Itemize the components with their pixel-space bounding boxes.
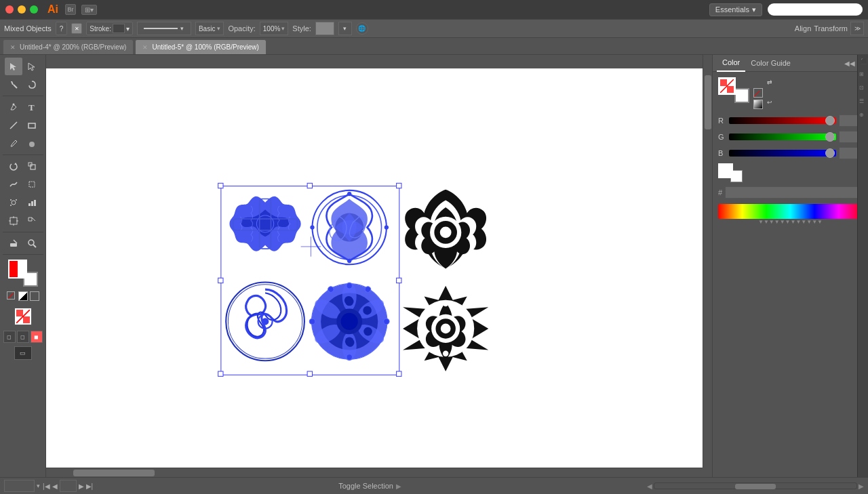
style-globe-icon[interactable]: 🌐 <box>356 22 368 35</box>
canvas-area[interactable] <box>46 55 712 477</box>
vertical-scrollbar[interactable] <box>703 55 712 468</box>
swap-icon[interactable]: ⇄ <box>767 79 775 87</box>
gradient-color-icon[interactable] <box>753 100 763 109</box>
tool-divider-3 <box>3 232 43 232</box>
pen-tool[interactable] <box>5 98 22 116</box>
tab-untitled5[interactable]: ✕ Untitled-5* @ 100% (RGB/Preview) <box>135 39 266 54</box>
stroke-color[interactable] <box>113 24 125 33</box>
artboard-tool[interactable] <box>5 212 22 230</box>
color-spectrum[interactable] <box>718 204 863 219</box>
right-panel: Color Color Guide ◀◀ ☰ <box>712 55 868 477</box>
align-button[interactable]: Align <box>795 24 811 33</box>
svg-point-14 <box>10 205 12 206</box>
fill-color-box[interactable] <box>8 260 27 279</box>
b-slider[interactable] <box>729 150 836 157</box>
main-fill-box[interactable] <box>14 307 33 326</box>
tab-close-icon2[interactable]: ✕ <box>142 44 148 51</box>
opacity-value[interactable]: 100% ▾ <box>260 22 289 35</box>
color-icon[interactable] <box>30 291 39 301</box>
color-tab[interactable]: Color <box>717 55 745 72</box>
panel-strip-icon-1[interactable]: ⬛ <box>859 58 867 66</box>
stroke-style-dropdown[interactable]: Basic ▾ <box>195 22 224 35</box>
panel-strip-icon-2[interactable]: ⊞ <box>859 71 867 79</box>
more-options[interactable]: ≫ <box>850 22 864 35</box>
transform-button[interactable]: Transform <box>814 24 848 33</box>
tool-row-4 <box>5 117 41 134</box>
page-input[interactable]: 1 <box>60 480 77 492</box>
panel-strip-icon-5[interactable]: ⊕ <box>859 112 867 120</box>
horizontal-scroll-thumb[interactable] <box>73 470 155 476</box>
canvas-svg <box>46 68 703 468</box>
first-page-btn[interactable]: |◀ <box>43 482 50 490</box>
style-dropdown-arrow[interactable]: ▾ <box>338 22 352 35</box>
bottom-scroll-thumb[interactable] <box>735 484 776 489</box>
rotate-tool[interactable] <box>5 157 22 175</box>
horizontal-scrollbar[interactable] <box>46 468 703 477</box>
r-slider[interactable] <box>729 117 836 124</box>
fs-fill-box[interactable] <box>718 77 736 95</box>
symbol-tool[interactable] <box>5 194 22 211</box>
style-preview[interactable] <box>315 22 334 35</box>
hex-input[interactable] <box>725 186 863 199</box>
lasso-tool[interactable] <box>23 76 41 94</box>
fill-indicator[interactable]: ✕ <box>71 23 82 34</box>
help-button[interactable]: ? <box>56 22 68 35</box>
stroke-dropdown-arrow[interactable]: ▾ <box>126 25 130 33</box>
last-page-btn[interactable]: ▶| <box>86 482 94 490</box>
scale-tool[interactable] <box>23 157 41 175</box>
slice-tool[interactable] <box>23 212 41 230</box>
small-fill-box[interactable] <box>718 163 733 178</box>
zoom-tool[interactable] <box>23 234 41 252</box>
tab-close-icon[interactable]: ✕ <box>10 44 16 51</box>
blob-brush-tool[interactable] <box>23 135 41 152</box>
direct-selection-tool[interactable] <box>23 58 41 75</box>
tab-untitled4[interactable]: ✕ Untitled-4* @ 200% (RGB/Preview) <box>3 39 134 54</box>
prev-page-btn[interactable]: ◀ <box>52 482 58 490</box>
rectangle-tool[interactable] <box>23 117 41 134</box>
search-input[interactable] <box>768 3 863 16</box>
normal-mode-icon[interactable]: ◻ <box>3 331 16 343</box>
pencil-tool[interactable] <box>5 135 22 152</box>
selection-tool[interactable] <box>5 58 22 75</box>
svg-marker-32 <box>23 316 30 323</box>
gradient-icon[interactable] <box>18 291 28 301</box>
screen-mode-icon[interactable]: ▭ <box>14 346 32 360</box>
free-transform-tool[interactable] <box>23 176 41 193</box>
fs-stroke-box[interactable] <box>734 88 749 103</box>
svg-point-52 <box>347 259 351 263</box>
essentials-button[interactable]: Essentials ▾ <box>709 3 762 16</box>
zoom-input[interactable]: 100% <box>4 480 35 492</box>
vertical-scroll-thumb[interactable] <box>705 75 711 129</box>
type-tool[interactable]: T <box>23 98 41 116</box>
selection-tools <box>1 58 44 94</box>
warp-tool[interactable] <box>5 176 22 193</box>
column-graph-tool[interactable] <box>23 194 41 211</box>
maximize-button[interactable] <box>30 5 38 14</box>
small-fill-stroke <box>718 163 863 182</box>
minimize-button[interactable] <box>18 5 26 14</box>
none-icon[interactable] <box>7 291 16 301</box>
mask-mode-icon[interactable]: ◼ <box>31 331 43 343</box>
color-guide-tab[interactable]: Color Guide <box>745 55 796 72</box>
drawing-mode-icon[interactable]: ◻ <box>17 331 29 343</box>
reset-icon[interactable]: ↩ <box>767 99 775 107</box>
panel-menu-icon[interactable]: ◀◀ <box>844 60 855 67</box>
view-menu[interactable]: ⊞▾ <box>81 5 97 15</box>
zoom-dropdown[interactable]: ▾ <box>37 482 40 489</box>
close-button[interactable] <box>5 5 14 14</box>
none-color-icon[interactable] <box>753 88 763 98</box>
panel-strip-icon-4[interactable]: ☰ <box>859 98 867 106</box>
stroke-weight[interactable]: ▾ <box>137 22 191 35</box>
eraser-tool[interactable] <box>5 234 22 252</box>
svg-point-91 <box>443 301 448 306</box>
bottom-scrollbar-track[interactable] <box>654 482 857 489</box>
next-page-btn[interactable]: ▶ <box>79 482 84 490</box>
magic-wand-tool[interactable] <box>5 76 22 94</box>
panel-strip-icon-3[interactable]: ⊡ <box>859 85 867 93</box>
stroke-dropdown[interactable]: Stroke: ▾ <box>86 22 133 35</box>
bridge-icon[interactable]: Br <box>65 4 76 15</box>
svg-point-58 <box>262 318 269 325</box>
line-tool[interactable] <box>5 117 22 134</box>
status-arrow-right[interactable]: ▶ <box>396 482 401 490</box>
g-slider[interactable] <box>729 133 836 140</box>
